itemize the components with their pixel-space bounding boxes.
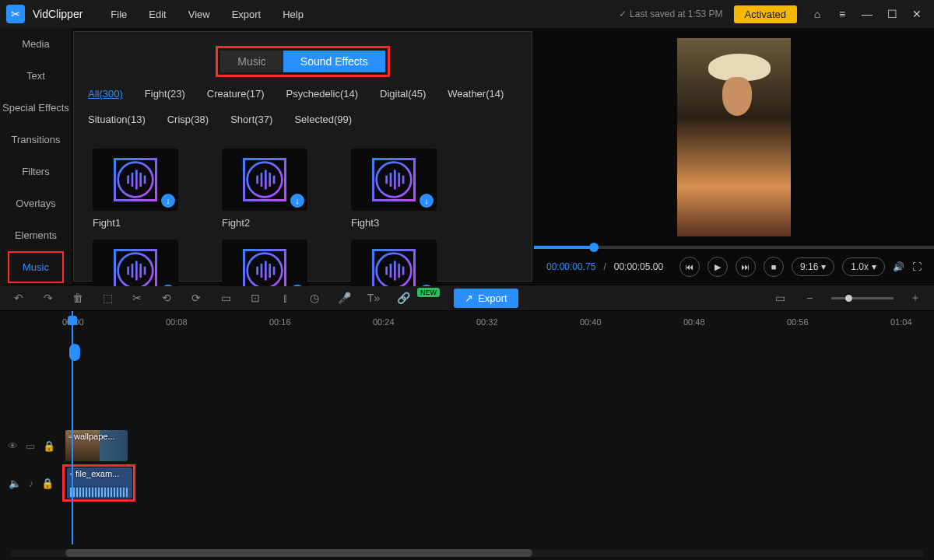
time-total: 00:00:05.00 [614,261,663,272]
audio-track[interactable]: 🔈♪🔒 ▫ file_exam... [0,467,934,499]
audio-wave-icon [372,158,416,201]
menu-edit[interactable]: Edit [139,4,175,25]
sidebar-item-overlays[interactable]: Overlays [0,187,72,219]
category-creature[interactable]: Creature(17) [207,88,265,100]
svg-rect-5 [144,176,146,184]
fullscreen-icon[interactable]: ⛶ [912,261,922,272]
category-weather[interactable]: Weather(14) [448,88,504,100]
svg-rect-13 [385,176,388,184]
snapshot-icon[interactable]: ⊡ [248,290,263,306]
audio-clip[interactable]: ▫ file_exam... [67,467,132,499]
text-to-speech-icon[interactable]: T» [366,290,381,306]
download-icon[interactable]: ↓ [420,194,434,208]
scrollbar-thumb[interactable] [65,549,532,557]
category-short[interactable]: Short(37) [230,114,272,125]
undo-icon[interactable]: ↶ [11,290,26,306]
video-clip[interactable]: ▫ wallpape... [65,430,128,461]
export-button[interactable]: ↗Export [454,289,518,308]
lock-icon[interactable]: 🔒 [43,440,55,452]
category-selected[interactable]: Selected(99) [294,114,352,125]
category-list: All(300)Fight(23)Creature(17)Psychedelic… [74,83,532,135]
asset-tile[interactable]: ↓Fight1 [93,149,186,229]
sidebar-item-transitions[interactable]: Transitions [0,124,72,156]
download-icon[interactable]: ↓ [161,194,175,208]
mic-icon[interactable]: 🎤 [336,290,352,306]
svg-rect-29 [273,267,276,275]
menu-file[interactable]: File [101,4,136,25]
asset-tile[interactable]: ↓ [93,240,186,286]
volume-icon[interactable]: 🔊 [893,261,904,272]
link-icon[interactable]: 🔗 [395,290,411,306]
minimize-icon[interactable]: — [856,3,878,25]
sidebar-item-music[interactable]: Music [8,251,64,283]
crop-icon[interactable]: ⬚ [100,290,115,306]
next-button[interactable]: ⏭ [736,257,756,277]
home-icon[interactable]: ⌂ [806,3,828,25]
video-clip-label: ▫ wallpape... [68,432,126,441]
sidebar-item-elements[interactable]: Elements [0,219,72,251]
tab-music[interactable]: Music [220,51,283,72]
play-button[interactable]: ▶ [708,257,728,277]
stop-button[interactable]: ■ [764,257,784,277]
svg-rect-28 [269,264,271,278]
zoom-out-icon[interactable]: − [802,290,817,306]
zoom-in-icon[interactable]: ＋ [908,290,923,306]
ruler-mark: 00:48 [683,317,705,327]
prev-button[interactable]: ⏮ [679,257,700,277]
asset-tile[interactable]: ↓ [222,240,315,286]
timeline-ruler[interactable]: 00:0000:0800:1600:2400:3200:4000:4800:56… [0,311,934,331]
delete-icon[interactable]: 🗑 [70,290,86,306]
close-icon[interactable]: ✕ [906,3,928,25]
menu-export[interactable]: Export [223,4,271,25]
sidebar-item-media[interactable]: Media [0,28,72,60]
category-fight[interactable]: Fight(23) [145,88,185,100]
timeline[interactable]: 00:0000:0800:1600:2400:3200:4000:4800:56… [0,311,934,560]
category-crisp[interactable]: Crisp(38) [167,114,209,125]
split-left-icon[interactable]: ⟲ [159,290,174,306]
check-icon: ✓ [619,9,627,19]
download-icon[interactable]: ↓ [420,285,434,286]
sidebar-item-text[interactable]: Text [0,60,72,92]
last-saved-text: ✓Last saved at 1:53 PM [619,9,722,19]
category-psychedelic[interactable]: Psychedelic(14) [286,88,359,100]
frame-icon[interactable]: ▭ [218,290,234,306]
aspect-ratio-pill[interactable]: 9:16▾ [792,257,834,276]
asset-tile[interactable]: ↓Fight3 [351,149,444,229]
asset-tile[interactable]: ↓Fight2 [222,149,315,229]
eye-icon[interactable]: 👁 [8,440,18,452]
preview-progress[interactable] [534,246,934,249]
hamburger-icon[interactable]: ≡ [831,3,853,25]
download-icon[interactable]: ↓ [290,194,304,208]
video-track[interactable]: 👁▭🔒 ▫ wallpape... [0,429,934,462]
playhead[interactable] [72,311,73,544]
sidebar-item-filters[interactable]: Filters [0,156,72,187]
svg-rect-11 [273,176,276,184]
menu-view[interactable]: View [179,4,219,25]
chevron-down-icon: ▾ [872,261,876,272]
fit-icon[interactable]: ▭ [772,290,788,306]
tab-sound-effects[interactable]: Sound Effects [283,51,385,72]
audio-clip-highlight: ▫ file_exam... [62,464,135,502]
timeline-scrollbar[interactable] [11,549,923,557]
redo-icon[interactable]: ↷ [40,290,56,306]
progress-handle[interactable] [589,243,599,252]
cut-icon[interactable]: ✂ [129,290,145,306]
category-digital[interactable]: Digital(45) [380,88,426,100]
lock-icon[interactable]: 🔒 [41,478,54,489]
asset-grid[interactable]: ↓Fight1↓Fight2↓Fight3↓↓↓ [74,135,532,286]
maximize-icon[interactable]: ☐ [881,3,903,25]
menu-help[interactable]: Help [273,4,313,25]
levels-icon[interactable]: ⫿ [277,290,293,306]
timer-icon[interactable]: ◷ [307,290,322,306]
asset-tile[interactable]: ↓ [351,240,444,286]
activated-button[interactable]: Activated [734,5,797,23]
split-right-icon[interactable]: ⟳ [188,290,204,306]
category-all[interactable]: All(300) [88,88,123,100]
speed-pill[interactable]: 1.0x▾ [842,257,885,276]
download-icon[interactable]: ↓ [161,285,175,286]
download-icon[interactable]: ↓ [290,285,304,286]
category-situation[interactable]: Situation(13) [88,114,146,125]
mute-icon[interactable]: 🔈 [9,478,21,489]
sidebar-item-special-effects[interactable]: Special Effects [0,92,72,124]
zoom-slider[interactable] [831,297,894,299]
